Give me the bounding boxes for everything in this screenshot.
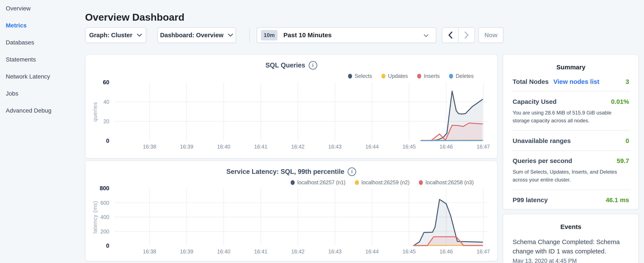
series-line-deletes [421, 141, 483, 141]
x-tick-label: 16:43 [328, 144, 342, 150]
chevron-down-icon [228, 34, 233, 37]
chevron-left-icon [448, 32, 453, 39]
x-tick-label: 16:42 [291, 144, 305, 150]
summary-row-total-nodes: Total NodesView nodes list3 [511, 72, 630, 92]
summary-row-value: 0.01% [611, 98, 629, 105]
events-card: Events Schema Change Completed: Schema c… [503, 214, 639, 263]
dashboard-dropdown-label: Dashboard: Overview [160, 32, 224, 39]
summary-row-value: 59.7 [617, 157, 629, 164]
x-tick-label: 16:44 [366, 248, 379, 254]
chart-canvas: 16:3816:3916:4016:4116:4216:4316:4416:45… [86, 161, 498, 262]
summary-row-label: Unavailable ranges [512, 137, 571, 144]
x-tick-label: 16:47 [477, 248, 490, 254]
time-range-label: Past 10 Minutes [284, 32, 332, 39]
chevron-down-icon [137, 34, 142, 37]
graph-dropdown[interactable]: Graph: Cluster [85, 27, 146, 43]
x-tick-label: 16:46 [440, 144, 453, 150]
x-tick-label: 16:42 [291, 248, 305, 254]
summary-row-label: P99 latency [512, 196, 548, 204]
page: { "colors": { "accent_blue": "#2b74f0", … [0, 0, 644, 263]
summary-row-queries-per-second: Queries per second59.7Sum of Selects, Up… [511, 151, 630, 190]
x-tick-label: 16:39 [180, 248, 194, 254]
time-window-badge: 10m [261, 30, 278, 41]
summary-title: Summary [511, 64, 630, 71]
sidebar-item-overview[interactable]: Overview [0, 0, 85, 17]
y-tick-label: 800 [100, 185, 109, 191]
summary-row-value: 3 [626, 78, 629, 85]
chart-card-sql-queries: SQL Queries i SelectsUpdatesInsertsDelet… [85, 54, 498, 158]
x-tick-label: 16:43 [328, 248, 342, 254]
chevron-down-icon [424, 34, 428, 37]
x-tick-label: 16:45 [402, 144, 416, 150]
sidebar-item-databases[interactable]: Databases [0, 34, 85, 51]
next-time-button[interactable] [458, 28, 474, 43]
summary-row-capacity-used: Capacity Used0.01%You are using 28.6 MiB… [511, 92, 630, 131]
chevron-right-icon [464, 32, 469, 39]
events-list: Schema Change Completed: Schema change w… [511, 237, 630, 263]
summary-row-value: 46.1 ms [606, 196, 629, 204]
summary-row-p99-latency: P99 latency46.1 ms [511, 190, 630, 210]
y-tick-label: 60 [103, 79, 109, 86]
summary-row-label: Capacity Used [512, 98, 556, 105]
x-tick-label: 16:40 [217, 248, 230, 254]
x-tick-label: 16:41 [254, 248, 268, 254]
toolbar-divider [250, 27, 250, 43]
x-tick-label: 16:38 [143, 144, 156, 150]
y-tick-label: 0 [106, 138, 109, 144]
sidebar: OverviewMetricsDatabasesStatementsNetwor… [0, 0, 85, 263]
y-tick-label: 200 [100, 228, 109, 234]
y-tick-label: 20 [103, 118, 109, 124]
event-text: Schema Change Completed: Schema change w… [512, 237, 629, 256]
page-title: Overview Dashboard [85, 11, 184, 23]
events-title: Events [511, 223, 630, 230]
x-tick-label: 16:44 [366, 144, 379, 150]
time-range-picker[interactable]: 10m Past 10 Minutes [256, 27, 436, 43]
x-tick-label: 16:41 [254, 144, 268, 150]
summary-rows: Total NodesView nodes list3Capacity Used… [511, 72, 630, 210]
x-tick-label: 16:39 [180, 144, 194, 150]
view-nodes-list-link[interactable]: View nodes list [553, 78, 599, 85]
x-tick-label: 16:47 [477, 144, 490, 150]
x-tick-label: 16:40 [217, 144, 230, 150]
event-timestamp: May 13, 2020 at 4:45 PM [512, 258, 629, 263]
sidebar-item-jobs[interactable]: Jobs [0, 85, 85, 102]
time-step-buttons [442, 27, 475, 43]
summary-row-subtext: You are using 28.6 MiB of 515.9 GiB usab… [512, 109, 629, 124]
x-tick-label: 16:46 [440, 248, 453, 254]
x-tick-label: 16:45 [402, 248, 416, 254]
sidebar-item-advanced-debug[interactable]: Advanced Debug [0, 102, 85, 119]
prev-time-button[interactable] [442, 28, 458, 43]
summary-row-value: 0 [626, 137, 629, 144]
summary-row-label: Queries per second [512, 157, 572, 164]
sidebar-item-network-latency[interactable]: Network Latency [0, 68, 85, 85]
y-tick-label: 40 [103, 99, 109, 105]
summary-row-unavailable-ranges: Unavailable ranges0 [511, 131, 630, 151]
now-button[interactable]: Now [478, 27, 504, 43]
x-tick-label: 16:38 [143, 248, 156, 254]
summary-row-subtext: Sum of Selects, Updates, Inserts, and De… [512, 168, 629, 184]
graph-dropdown-label: Graph: Cluster [89, 32, 132, 39]
sidebar-item-statements[interactable]: Statements [0, 51, 85, 68]
y-tick-label: 0 [106, 242, 109, 249]
event-item: Schema Change Completed: Schema change w… [511, 237, 630, 263]
chart-card-service-latency: Service Latency: SQL, 99th percentile i … [85, 161, 498, 261]
y-tick-label: 600 [100, 200, 109, 206]
summary-card: Summary Total NodesView nodes list3Capac… [503, 54, 639, 210]
sidebar-item-metrics[interactable]: Metrics [0, 17, 85, 34]
chart-canvas: 16:3816:3916:4016:4116:4216:4316:4416:45… [86, 55, 498, 159]
summary-row-label: Total Nodes [512, 78, 548, 85]
dashboard-dropdown[interactable]: Dashboard: Overview [157, 27, 236, 43]
y-tick-label: 400 [100, 214, 109, 220]
